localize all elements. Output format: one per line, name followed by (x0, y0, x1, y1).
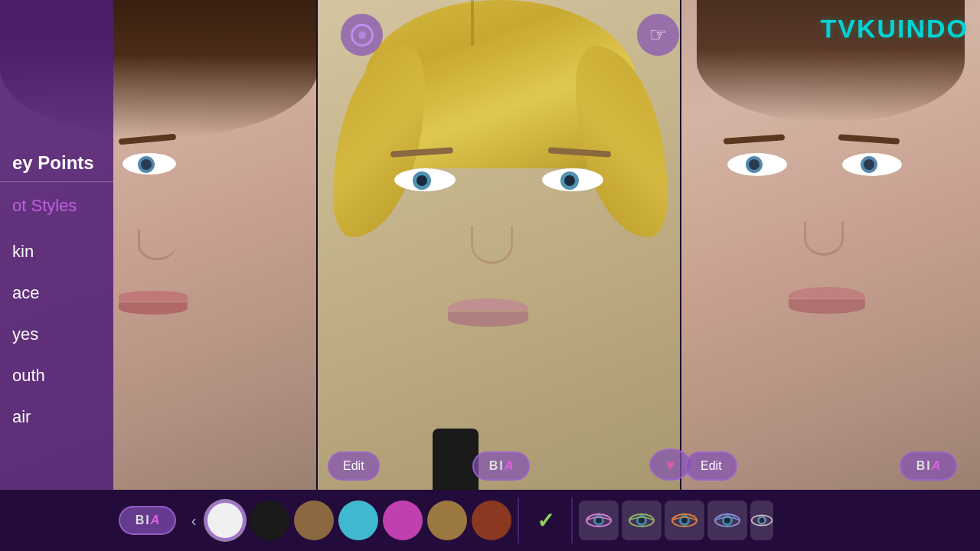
eye-style-2[interactable] (622, 500, 662, 540)
center-face-eye-right (542, 168, 603, 191)
left-face-lips (119, 291, 188, 314)
svg-point-5 (639, 517, 645, 523)
left-face-eye-white (122, 153, 176, 174)
color-swatch-white[interactable] (205, 500, 245, 540)
svg-point-14 (760, 518, 765, 523)
bia-btn-right[interactable]: B I A (900, 452, 957, 481)
svg-point-11 (724, 517, 730, 523)
right-face-brow-right (838, 134, 900, 145)
eye-style-1[interactable] (579, 500, 619, 540)
sidebar: ey Points ot Styles kin ace yes outh air (0, 0, 113, 551)
color-swatch-brown-medium[interactable] (294, 500, 334, 540)
edit-button-right[interactable]: Edit (685, 452, 737, 481)
main-container: ey Points ot Styles kin ace yes outh air… (0, 0, 980, 551)
right-face-lips (789, 287, 865, 313)
sidebar-item-key-points[interactable]: ey Points (0, 142, 113, 182)
color-swatch-cyan[interactable] (338, 500, 378, 540)
bia-btn-left[interactable]: B I A (119, 506, 176, 535)
branding-text: TVKUINDO (820, 14, 969, 44)
color-scroll-left[interactable]: ‹ (182, 500, 205, 540)
eye-style-4[interactable] (707, 500, 747, 540)
bia-btn-center[interactable]: B I A (472, 452, 530, 481)
top-right-cursor-btn[interactable]: ☞ (637, 14, 679, 56)
color-swatches (205, 500, 511, 540)
toolbar-divider-2 (571, 497, 573, 543)
toolbar-divider (518, 497, 519, 543)
color-swatch-auburn[interactable] (472, 500, 511, 540)
color-swatch-magenta[interactable] (383, 500, 423, 540)
center-face-nose (471, 226, 513, 264)
edit-btn-right[interactable]: Edit (685, 452, 737, 481)
face-right-bg (681, 0, 980, 490)
eye-style-5-partial[interactable] (750, 500, 773, 540)
sidebar-item-mouth[interactable]: outh (0, 355, 113, 396)
right-face-brow-left (724, 134, 785, 145)
edit-btn-center-left[interactable]: Edit (328, 452, 380, 481)
sidebar-item-hot-styles[interactable]: ot Styles (0, 185, 113, 227)
bia-button-center[interactable]: B I A (472, 452, 530, 481)
confirm-check-btn[interactable]: ✓ (525, 500, 565, 540)
color-swatch-black[interactable] (250, 500, 289, 540)
sidebar-item-face[interactable]: ace (0, 272, 113, 314)
bottom-toolbar: B I A ‹ ✓ (0, 490, 980, 551)
sidebar-item-eyes[interactable]: yes (0, 314, 113, 355)
sidebar-item-skin[interactable]: kin (0, 231, 113, 272)
svg-point-8 (681, 517, 688, 523)
center-clothing-strap (433, 429, 479, 490)
svg-point-2 (596, 517, 602, 523)
right-face-eye-right (842, 153, 902, 176)
top-left-circle-btn[interactable] (341, 14, 383, 56)
left-face-nose (138, 230, 176, 260)
face-center-bg (316, 0, 681, 490)
edit-button-left[interactable]: Edit (328, 452, 380, 481)
color-swatch-dark-blonde[interactable] (427, 500, 467, 540)
eye-style-3[interactable] (665, 500, 704, 540)
bia-button-right[interactable]: B I A (900, 452, 957, 481)
bia-btn-left-face[interactable]: B I A (119, 506, 176, 535)
right-face-eye-left (727, 153, 787, 176)
eye-style-icons (579, 500, 773, 540)
right-face-nose (804, 222, 844, 256)
center-face-hair (333, 0, 668, 214)
center-face-lips (448, 298, 528, 326)
center-face-eye-left (394, 168, 456, 191)
sidebar-item-hair[interactable]: air (0, 396, 113, 438)
